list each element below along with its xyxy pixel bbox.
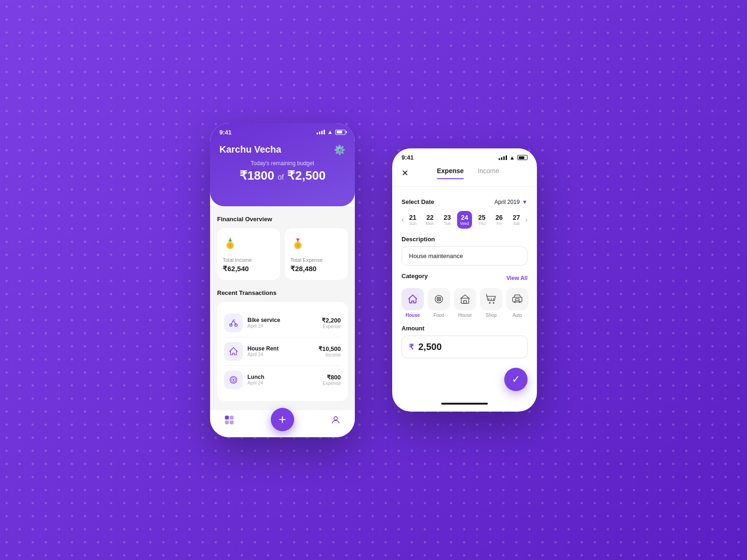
category-house-1[interactable]: House: [402, 288, 424, 318]
house-icon: [224, 342, 243, 361]
category-house-2[interactable]: House: [454, 288, 476, 318]
fab-button[interactable]: +: [271, 408, 294, 431]
cal-day-23[interactable]: 23 Tue: [440, 211, 455, 229]
svg-point-16: [233, 379, 234, 381]
category-auto-icon: [506, 288, 529, 310]
view-all-button[interactable]: View All: [507, 275, 528, 281]
phone2-status-bar: 9:41 ▲: [392, 148, 537, 165]
profile-icon[interactable]: [331, 415, 341, 428]
description-input[interactable]: [402, 246, 528, 266]
budget-section: Today's remaining budget ₹1800 of ₹2,500: [210, 158, 355, 192]
cal-days: 21 Sun 22 Mon 23 Tue 24: [405, 211, 524, 229]
svg-text:₹: ₹: [297, 244, 299, 248]
svg-rect-19: [225, 420, 229, 424]
overview-cards: ₹ Total Income ₹62,540 ₹: [217, 228, 348, 280]
amount-label: Amount: [402, 325, 528, 332]
transaction-info: House Rent April 24: [247, 345, 318, 357]
category-house-icon: [402, 288, 424, 310]
cal-day-27[interactable]: 27 Sat: [509, 211, 524, 229]
category-shop[interactable]: Shop: [480, 288, 502, 318]
gear-icon[interactable]: ⚙️: [334, 144, 345, 155]
category-food[interactable]: Food: [428, 288, 450, 318]
category-house-label-1: House: [406, 313, 420, 318]
cal-day-21[interactable]: 21 Sun: [405, 211, 420, 229]
phone1-status-icons: ▲: [317, 129, 345, 135]
categories: House Food: [402, 288, 528, 318]
svg-rect-20: [230, 420, 233, 424]
close-button[interactable]: ✕: [402, 168, 409, 178]
expense-card: ₹ Total Expense ₹28,480: [285, 228, 348, 280]
transaction-item: House Rent April 24 ₹10,500 Income: [224, 337, 341, 366]
transaction-type: Expense: [322, 324, 341, 329]
svg-point-21: [334, 416, 337, 420]
transaction-date: April 24: [247, 323, 322, 329]
transaction-amount: ₹10,500: [318, 345, 341, 352]
budget-total: ₹2,500: [287, 168, 325, 182]
transaction-info: Bike service April 24: [247, 317, 322, 329]
category-food-label: Food: [434, 313, 444, 318]
tab-divider: [392, 186, 537, 187]
amount-value[interactable]: 2,500: [418, 342, 442, 352]
month-selector[interactable]: April 2019 ▼: [494, 199, 528, 205]
transaction-info: Lunch April 24: [247, 374, 323, 385]
date-header: Select Date April 2019 ▼: [402, 198, 528, 205]
svg-text:₹: ₹: [229, 244, 232, 248]
signal-icon: [499, 155, 507, 160]
expense-icon: ₹: [290, 235, 342, 253]
date-section: Select Date April 2019 ▼ ‹ 21 Sun: [402, 198, 528, 229]
phone2-nav: ✕ Expense Income: [392, 165, 537, 184]
transaction-type: Expense: [323, 381, 341, 386]
category-house-label-2: House: [458, 313, 472, 318]
cal-day-26[interactable]: 26 Fri: [492, 211, 507, 229]
submit-button[interactable]: ✓: [504, 368, 528, 391]
svg-rect-17: [225, 415, 229, 419]
expense-label: Total Expense: [290, 257, 342, 263]
category-shop-icon: [480, 288, 502, 310]
cal-day-25[interactable]: 25 Thu: [474, 211, 489, 229]
category-header: Category View All: [402, 273, 528, 283]
cal-prev-button[interactable]: ‹: [402, 216, 404, 224]
svg-point-29: [514, 301, 516, 303]
svg-point-26: [489, 302, 490, 303]
transaction-date: April 24: [247, 380, 323, 385]
cal-day-24[interactable]: 24 Wed: [457, 211, 472, 229]
calendar-row: ‹ 21 Sun 22 Mon 23 Tue: [402, 211, 528, 229]
amount-field: ₹ 2,500: [402, 336, 528, 358]
phone2-status-icons: ▲: [499, 154, 528, 161]
lunch-icon: [224, 371, 243, 389]
budget-separator: of: [278, 173, 284, 181]
tab-expense[interactable]: Expense: [437, 167, 464, 179]
transaction-amount-col: ₹10,500 Income: [318, 345, 341, 357]
tab-income[interactable]: Income: [478, 167, 499, 179]
svg-rect-28: [513, 297, 522, 302]
svg-point-30: [519, 301, 521, 303]
month-value: April 2019: [494, 199, 520, 205]
transaction-amount-col: ₹2,200 Expense: [322, 317, 341, 329]
month-dropdown-icon: ▼: [522, 199, 528, 205]
phone2-body: Select Date April 2019 ▼ ‹ 21 Sun: [392, 191, 537, 398]
cal-day-22[interactable]: 22 Mon: [423, 211, 437, 229]
phone2-tabs: Expense Income: [409, 167, 528, 179]
transaction-amount: ₹800: [323, 374, 341, 381]
budget-label: Today's remaining budget: [219, 160, 345, 167]
transactions-title: Recent Transactions: [217, 289, 348, 296]
svg-point-27: [493, 302, 494, 303]
dashboard-icon[interactable]: [224, 415, 234, 428]
transaction-amount: ₹2,200: [322, 317, 341, 324]
category-auto[interactable]: Auto: [506, 288, 529, 318]
phone1-title-row: Karchu Vecha ⚙️: [210, 140, 355, 158]
svg-rect-18: [230, 415, 233, 419]
signal-icon: [317, 130, 325, 134]
phone2-time: 9:41: [402, 154, 414, 161]
phone1-footer: +: [210, 410, 355, 437]
budget-current: ₹1800: [240, 168, 275, 182]
transactions-list: Bike service April 24 ₹2,200 Expense: [217, 302, 348, 401]
rupee-symbol: ₹: [409, 343, 414, 351]
phone1-body: Financial Overview ₹ Total Income ₹62,54…: [210, 206, 355, 410]
cal-next-button[interactable]: ›: [525, 216, 528, 224]
wifi-icon: ▲: [509, 154, 515, 161]
budget-amount: ₹1800 of ₹2,500: [219, 168, 345, 183]
transaction-item: Lunch April 24 ₹800 Expense: [224, 366, 341, 394]
transaction-name: Bike service: [247, 317, 322, 323]
financial-overview-title: Financial Overview: [217, 216, 348, 223]
